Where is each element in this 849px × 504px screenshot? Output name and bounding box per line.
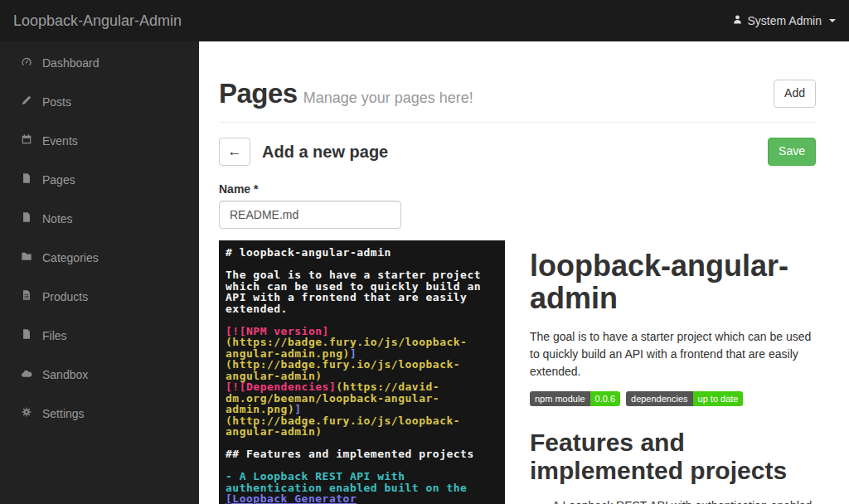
sidebar-item-dashboard[interactable]: Dashboard <box>0 43 199 82</box>
form-header: ← Add a new page Save <box>219 138 816 166</box>
sidebar-item-label: Settings <box>42 407 85 420</box>
file-icon <box>21 328 32 342</box>
editor-line: [![NPM version] <box>226 326 498 337</box>
save-button[interactable]: Save <box>768 138 816 166</box>
editor-line <box>226 438 498 449</box>
calendar-icon <box>21 133 32 148</box>
editor-line <box>226 314 498 326</box>
sidebar-item-label: Dashboard <box>42 56 99 70</box>
page-title-text: Pages <box>219 78 298 109</box>
markdown-editor[interactable]: # loopback-angular-admin The goal is to … <box>219 240 505 504</box>
sidebar-item-files[interactable]: Files <box>0 316 199 355</box>
sidebar-item-posts[interactable]: Posts <box>0 82 199 121</box>
dashboard-icon <box>21 56 32 70</box>
file-icon <box>21 172 32 187</box>
preview-paragraph: The goal is to have a starter project wh… <box>530 328 816 380</box>
editor-line: authentication enabled built on the <box>226 482 498 494</box>
sidebar-item-settings[interactable]: Settings <box>0 394 199 433</box>
sidebar-item-events[interactable]: Events <box>0 121 199 160</box>
sidebar-item-label: Posts <box>42 95 71 109</box>
editor-line: (http://badge.fury.io/js/loopback- <box>226 359 498 371</box>
preview-heading-2: Features and implemented projects <box>530 429 816 486</box>
sidebar-item-label: Sandbox <box>42 368 88 381</box>
sidebar-nav: DashboardPostsEventsPagesNotesCategories… <box>0 43 199 433</box>
sidebar: DashboardPostsEventsPagesNotesCategories… <box>0 41 199 504</box>
editor-line: dm.org/beeman/loopback-angular- <box>226 393 498 405</box>
markdown-split-view: # loopback-angular-admin The goal is to … <box>219 240 816 504</box>
editor-line: The goal is to have a starter project <box>226 269 498 281</box>
editor-line: - A Loopback REST API with <box>226 471 498 482</box>
page-subtitle: Manage your pages here! <box>303 90 473 106</box>
sidebar-item-products[interactable]: Products <box>0 277 199 316</box>
page-header: PagesManage your pages here! Add <box>219 78 816 109</box>
editor-line: API with a frontend that are easily <box>226 292 498 303</box>
file-icon <box>21 211 32 225</box>
sidebar-item-notes[interactable]: Notes <box>0 199 199 238</box>
editor-line: # loopback-angular-admin <box>226 247 498 259</box>
cloud-icon <box>21 367 32 381</box>
arrow-left-icon: ← <box>228 143 242 159</box>
badge-row: npm module0.0.6dependenciesup to date <box>530 391 816 406</box>
form-title: Add a new page <box>262 143 388 162</box>
file-text-icon <box>21 289 32 303</box>
editor-line: [![Dependencies](https://david- <box>226 381 498 393</box>
list-item-text: A Loopback REST API with authentication … <box>552 499 812 504</box>
sidebar-item-categories[interactable]: Categories <box>0 238 199 277</box>
pencil-icon <box>21 94 32 109</box>
name-input[interactable] <box>219 201 401 229</box>
sidebar-item-label: Events <box>42 134 78 148</box>
folder-icon <box>21 250 32 264</box>
editor-line: (http://badge.fury.io/js/loopback- <box>226 415 498 427</box>
editor-line: ## Features and implemented projects <box>226 448 498 460</box>
user-menu[interactable]: System Admin <box>732 14 836 27</box>
editor-line: [Loopback Generator <box>226 493 498 504</box>
caret-down-icon <box>829 19 836 22</box>
status-badge: npm module0.0.6 <box>530 391 620 406</box>
user-icon <box>732 14 743 27</box>
back-button[interactable]: ← <box>219 138 250 166</box>
add-button[interactable]: Add <box>774 80 816 108</box>
editor-line: angular-admin) <box>226 426 498 438</box>
gear-icon <box>21 406 32 420</box>
status-badge: dependenciesup to date <box>626 391 743 406</box>
editor-line: angular-admin) <box>226 371 498 382</box>
divider <box>219 122 816 123</box>
editor-line: angular-admin.png)] <box>226 348 498 360</box>
sidebar-item-label: Categories <box>42 251 99 264</box>
editor-line: extended. <box>226 303 498 315</box>
preview-heading-1: loopback-angular-admin <box>530 250 816 315</box>
sidebar-item-label: Files <box>42 329 67 342</box>
page-title: PagesManage your pages here! <box>219 78 473 109</box>
main-content: PagesManage your pages here! Add ← Add a… <box>199 41 849 504</box>
sidebar-item-pages[interactable]: Pages <box>0 160 199 199</box>
editor-line: (https://badge.fury.io/js/loopback- <box>226 337 498 348</box>
sidebar-item-label: Notes <box>42 212 73 225</box>
editor-line <box>226 460 498 472</box>
markdown-preview: loopback-angular-admin The goal is to ha… <box>530 240 816 504</box>
preview-list: A Loopback REST API with authentication … <box>530 497 816 504</box>
user-name: System Admin <box>748 14 822 27</box>
name-label: Name * <box>219 182 816 196</box>
sidebar-item-label: Products <box>42 290 88 303</box>
editor-line <box>226 259 498 270</box>
brand-link[interactable]: Loopback-Angular-Admin <box>13 12 182 30</box>
editor-line: admin.png)] <box>226 404 498 415</box>
sidebar-item-label: Pages <box>42 173 75 187</box>
sidebar-item-sandbox[interactable]: Sandbox <box>0 355 199 394</box>
preview-list-item: A Loopback REST API with authentication … <box>552 497 816 504</box>
top-navbar: Loopback-Angular-Admin System Admin <box>0 0 849 41</box>
editor-line: which can be used to quickly build an <box>226 281 498 293</box>
